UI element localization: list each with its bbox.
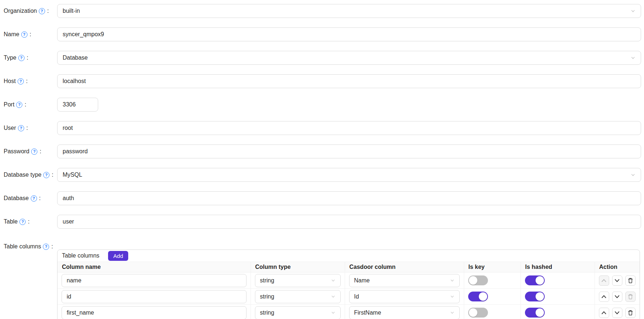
column-name-value: name (67, 277, 81, 284)
table-columns-panel: Table columns Add Column nameColumn type… (57, 249, 640, 319)
label-colon: : (27, 55, 28, 61)
is-hashed-toggle[interactable] (525, 308, 545, 318)
column-type-select[interactable]: string (255, 290, 341, 303)
field-value: MySQL (63, 172, 82, 178)
add-column-button[interactable]: Add (108, 251, 128, 261)
casdoor-column-select[interactable]: Id (349, 290, 460, 303)
field-value: user (63, 218, 74, 225)
move-down-button[interactable] (612, 275, 622, 286)
column-name-input[interactable]: first_name (62, 306, 247, 319)
table-input[interactable]: user (57, 215, 641, 229)
is-key-toggle[interactable] (468, 292, 488, 301)
help-icon[interactable]: ? (39, 8, 45, 14)
table-row: first_name string FirstName (58, 305, 640, 319)
field-content: password (57, 145, 641, 158)
label-colon: : (39, 195, 41, 202)
field-value: syncer_qmpox9 (63, 31, 104, 38)
field-value: auth (63, 195, 74, 202)
toggle-knob (536, 276, 544, 285)
field-label: Database type ? : (4, 172, 57, 178)
field-value: Database (63, 55, 88, 61)
column-type-select[interactable]: string (255, 306, 341, 319)
syncer-edit-form: Organization ? : built-in Name ? : synce… (0, 0, 644, 319)
field-label: Organization ? : (4, 8, 57, 14)
delete-button[interactable] (625, 275, 636, 286)
field-label-text: Table columns (4, 243, 41, 250)
help-icon[interactable]: ? (18, 125, 24, 131)
help-icon[interactable]: ? (16, 102, 22, 108)
toggle-knob (536, 308, 544, 317)
field-content: built-in (57, 4, 641, 18)
field-label: Host ? : (4, 78, 57, 85)
is-hashed-toggle[interactable] (525, 292, 545, 301)
form-rows: Organization ? : built-in Name ? : synce… (4, 4, 641, 229)
help-icon[interactable]: ? (18, 55, 25, 61)
help-icon[interactable]: ? (31, 195, 37, 202)
is-hashed-toggle[interactable] (525, 275, 545, 285)
chevron-down-icon (331, 310, 336, 315)
label-colon: : (47, 8, 49, 14)
table-row: name string Name (58, 273, 640, 289)
panel-title: Table columns (62, 252, 99, 259)
field-label-text: Port (4, 101, 14, 108)
organization-row: Organization ? : built-in (4, 4, 641, 18)
label-colon: : (52, 172, 53, 178)
chevron-down-icon (450, 294, 455, 299)
port-input[interactable]: 3306 (57, 98, 98, 112)
type-row: Type ? : Database (4, 51, 641, 65)
help-icon[interactable]: ? (43, 172, 49, 178)
casdoor-column-value: Id (354, 293, 359, 300)
table-header-row: Column nameColumn typeCasdoor columnIs k… (58, 262, 640, 273)
delete-button[interactable] (625, 308, 636, 318)
password-input[interactable]: password (57, 145, 641, 158)
is-key-toggle[interactable] (468, 308, 488, 318)
delete-button (625, 292, 636, 302)
is-key-toggle[interactable] (468, 275, 488, 285)
organization-select[interactable]: built-in (57, 4, 641, 18)
column-name-input[interactable]: id (62, 290, 247, 303)
column-name-input[interactable]: name (62, 274, 247, 287)
user-input[interactable]: root (57, 121, 641, 135)
column-type-select[interactable]: string (255, 274, 341, 287)
label-colon: : (30, 31, 31, 38)
help-icon[interactable]: ? (31, 149, 37, 155)
database-type-select[interactable]: MySQL (57, 168, 641, 182)
column-name-value: first_name (67, 309, 94, 316)
name-input[interactable]: syncer_qmpox9 (57, 27, 641, 41)
host-row: Host ? : localhost (4, 74, 641, 88)
field-content: localhost (57, 74, 641, 88)
field-label: Name ? : (4, 31, 57, 38)
trash-icon (627, 277, 634, 284)
casdoor-column-select[interactable]: FirstName (349, 306, 460, 319)
chevron-up-icon (601, 294, 607, 299)
row-actions (599, 292, 636, 302)
col-header-casdoor-column: Casdoor column (345, 262, 464, 273)
move-up-button[interactable] (599, 308, 609, 318)
help-icon[interactable]: ? (21, 31, 27, 38)
table-columns-table: Column nameColumn typeCasdoor columnIs k… (58, 262, 640, 319)
chevron-up-icon (601, 310, 607, 315)
field-label: Password ? : (4, 148, 57, 155)
toggle-knob (469, 308, 477, 317)
label-colon: : (51, 243, 53, 250)
help-icon[interactable]: ? (19, 219, 26, 225)
host-input[interactable]: localhost (57, 74, 641, 88)
help-icon[interactable]: ? (18, 78, 24, 85)
casdoor-column-select[interactable]: Name (349, 274, 460, 287)
field-label-text: Organization (4, 8, 37, 14)
help-icon[interactable]: ? (43, 244, 49, 250)
label-colon: : (26, 125, 28, 131)
toggle-knob (469, 276, 477, 285)
field-content: 3306 (57, 98, 641, 112)
label-colon: : (25, 101, 26, 108)
type-select[interactable]: Database (57, 51, 641, 65)
chevron-down-icon (630, 8, 636, 14)
chevron-down-icon (614, 294, 620, 299)
move-up-button[interactable] (599, 292, 609, 302)
database-input[interactable]: auth (57, 191, 641, 205)
field-label-text: Type (4, 55, 16, 61)
move-down-button[interactable] (612, 308, 622, 318)
field-value: localhost (63, 78, 86, 85)
field-label-text: Password (4, 148, 29, 155)
move-down-button[interactable] (612, 292, 622, 302)
